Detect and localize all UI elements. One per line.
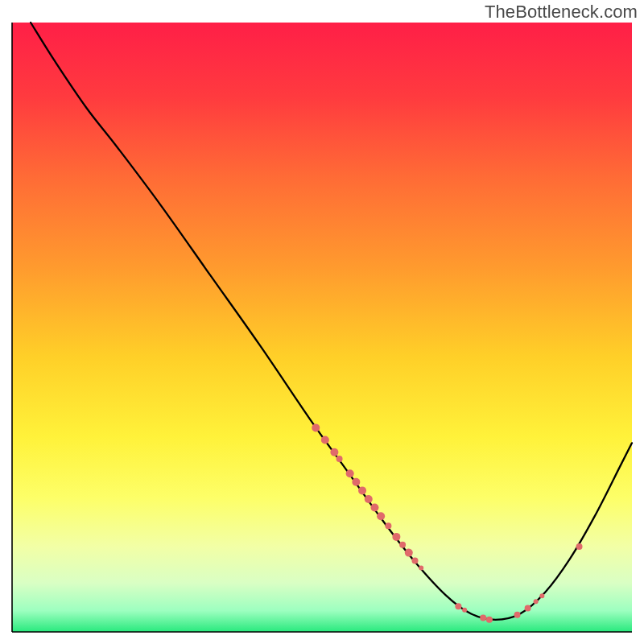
watermark-label: TheBottleneck.com [485, 2, 638, 23]
data-marker [412, 557, 419, 564]
data-marker [312, 423, 320, 431]
data-marker [576, 543, 583, 550]
chart-container: TheBottleneck.com [0, 0, 644, 644]
data-marker [462, 608, 467, 613]
data-marker [455, 603, 461, 609]
data-marker [486, 617, 493, 623]
data-marker [419, 566, 423, 571]
data-marker [539, 593, 544, 598]
bottleneck-chart [0, 0, 644, 644]
data-marker [514, 612, 521, 618]
data-marker [377, 512, 385, 520]
data-marker [399, 542, 406, 548]
data-marker [346, 469, 354, 477]
data-marker [525, 605, 531, 611]
plot-background [12, 23, 632, 632]
data-marker [405, 549, 413, 557]
data-marker [321, 436, 329, 444]
data-marker [330, 448, 338, 456]
data-marker [392, 533, 400, 541]
data-marker [534, 599, 539, 604]
data-marker [352, 478, 360, 486]
data-marker [480, 615, 486, 621]
data-marker [370, 504, 378, 512]
data-marker [358, 486, 366, 494]
data-marker [365, 495, 373, 503]
data-marker [385, 522, 391, 529]
data-marker [336, 456, 343, 462]
